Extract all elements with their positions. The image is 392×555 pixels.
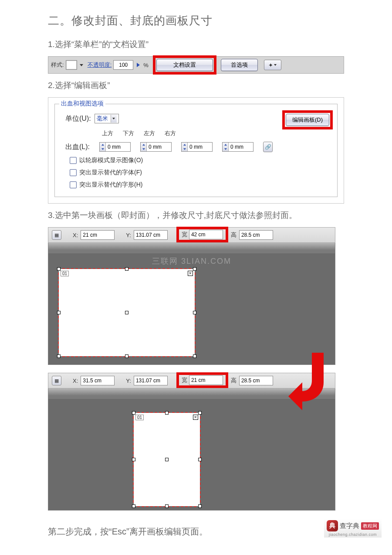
chevron-down-icon	[274, 64, 277, 66]
magic-wand-icon: ✦	[268, 62, 273, 68]
style-label: 样式:	[51, 61, 64, 69]
x-input-2[interactable]	[81, 376, 115, 385]
center-handle[interactable]	[125, 311, 128, 314]
resize-handle[interactable]	[57, 311, 61, 314]
resize-handle[interactable]	[57, 354, 61, 358]
edit-artboard-button[interactable]: 编辑画板(D)	[286, 114, 329, 126]
artboard-number-label-2: 01	[135, 415, 144, 420]
h-label-2: 高	[231, 377, 237, 385]
doc-settings-button[interactable]: 文档设置	[156, 59, 213, 71]
w-label: 宽	[182, 231, 187, 238]
resize-handle[interactable]	[132, 411, 135, 415]
bleed-right-input[interactable]	[222, 142, 253, 152]
resize-handle[interactable]	[57, 267, 61, 271]
step3-text: 3.选中第一块画板（即封面），并修改尺寸,封底尺寸做法参照封面。	[48, 210, 344, 221]
resize-handle[interactable]	[165, 504, 169, 508]
fieldset-legend: 出血和视图选项	[59, 100, 105, 108]
bleed-header-left: 左方	[144, 129, 155, 137]
resize-handle[interactable]	[198, 411, 202, 415]
bleed-view-fieldset: 出血和视图选项 编辑画板(D) 单位(U): 毫米 上方 下	[54, 104, 338, 197]
x-label: X:	[73, 232, 78, 238]
y-input-2[interactable]	[134, 376, 168, 385]
opacity-unit: %	[143, 62, 149, 68]
artboard-rect-2[interactable]: 01 ✕	[134, 413, 200, 506]
caret-right-icon[interactable]	[137, 63, 140, 67]
chk-font-sub-label: 突出显示替代的字体(F)	[79, 169, 142, 177]
unit-select[interactable]: 毫米	[95, 114, 119, 123]
step2-text: 2.选择“编辑画板”	[48, 80, 344, 91]
checkbox-glyph-sub[interactable]	[70, 181, 77, 188]
bleed-header-bottom: 下方	[123, 129, 134, 137]
height-input-2[interactable]	[239, 376, 273, 385]
watermark-text: 三联网 3LIAN.COM	[48, 256, 335, 266]
resize-handle[interactable]	[193, 311, 196, 314]
bleed-bottom-input[interactable]	[140, 142, 172, 152]
artboard-number-label: 01	[61, 271, 69, 276]
resize-handle[interactable]	[193, 354, 196, 358]
control-bar-1: ▦ X: Y: 宽 高	[48, 227, 335, 243]
chk-glyph-sub-label: 突出显示替代的字形(H)	[79, 181, 142, 189]
width-input-1[interactable]	[189, 230, 223, 239]
checkbox-outline[interactable]	[70, 157, 77, 164]
highlight-edit-artboard: 编辑画板(D)	[282, 110, 333, 129]
bleed-header-right: 右方	[165, 129, 176, 137]
opacity-label[interactable]: 不透明度:	[88, 61, 112, 69]
opacity-input[interactable]	[113, 60, 133, 70]
resize-handle[interactable]	[125, 354, 128, 358]
artboard-editor-1: ▦ X: Y: 宽 高 三联网 3LIAN.COM 01	[48, 227, 335, 365]
resize-handle[interactable]	[125, 267, 128, 271]
reference-point-icon[interactable]: ▦	[52, 376, 61, 385]
step1-text: 1.选择“菜单栏”的“文档设置”	[48, 39, 344, 50]
resize-handle[interactable]	[198, 458, 202, 461]
resize-handle[interactable]	[165, 411, 169, 415]
chevron-down-icon[interactable]	[80, 64, 83, 66]
highlight-doc-settings: 文档设置	[153, 55, 216, 75]
y-input[interactable]	[134, 230, 168, 240]
link-values-toggle[interactable]: 🔗	[263, 142, 273, 152]
control-bar-2: ▦ X: Y: 宽 高	[48, 373, 335, 388]
width-input-2[interactable]	[189, 375, 223, 385]
unit-value: 毫米	[97, 115, 108, 123]
options-toolbar: 样式: 不透明度: % 文档设置 首选项 ✦	[48, 56, 344, 74]
x-input[interactable]	[81, 230, 115, 240]
site-logo: 典 查字典 教程网 jiaocheng.chazidian.com	[324, 518, 382, 538]
preferences-button[interactable]: 首选项	[221, 59, 258, 71]
reference-point-icon[interactable]: ▦	[52, 230, 61, 240]
logo-url: jiaocheng.chazidian.com	[329, 532, 377, 537]
artboard-editor-2: ▦ X: Y: 宽 高 01 ✕	[48, 373, 335, 511]
h-label: 高	[231, 231, 237, 239]
checkbox-font-sub[interactable]	[70, 169, 77, 176]
chk-outline-label: 以轮廓模式显示图像(O)	[79, 157, 143, 164]
close-icon[interactable]: ✕	[193, 415, 198, 420]
highlight-width-2: 宽	[176, 372, 228, 388]
resize-handle[interactable]	[198, 504, 202, 508]
close-icon[interactable]: ✕	[188, 271, 193, 276]
footer-step-text: 第二步完成，按“Esc”离开画板编辑页面。	[48, 526, 208, 538]
resize-handle[interactable]	[132, 504, 135, 508]
resize-handle[interactable]	[132, 458, 135, 461]
w-label-2: 宽	[182, 376, 187, 384]
logo-mark-icon: 典	[327, 520, 338, 531]
highlight-width-1: 宽	[176, 227, 228, 242]
artboard-rect-1[interactable]: 01 ✕	[59, 269, 195, 356]
y-label: Y:	[126, 232, 131, 238]
height-input-1[interactable]	[239, 230, 273, 240]
bleed-label: 出血(L):	[65, 143, 90, 152]
bleed-header-top: 上方	[102, 129, 113, 137]
section-title: 二。修改封面、封底的画板尺寸	[48, 13, 344, 28]
center-handle[interactable]	[165, 458, 169, 461]
style-swatch[interactable]	[66, 60, 77, 70]
y-label-2: Y:	[126, 378, 131, 384]
bleed-left-input[interactable]	[181, 142, 213, 152]
logo-badge: 教程网	[361, 522, 379, 530]
magic-wand-button[interactable]: ✦	[264, 60, 281, 70]
bleed-top-input[interactable]	[99, 142, 131, 152]
unit-label: 单位(U):	[65, 114, 91, 123]
doc-settings-panel: 出血和视图选项 编辑画板(D) 单位(U): 毫米 上方 下	[48, 97, 344, 204]
x-label-2: X:	[73, 378, 78, 384]
logo-brand: 查字典	[340, 522, 359, 530]
chevron-down-icon	[112, 118, 115, 119]
resize-handle[interactable]	[193, 267, 196, 271]
